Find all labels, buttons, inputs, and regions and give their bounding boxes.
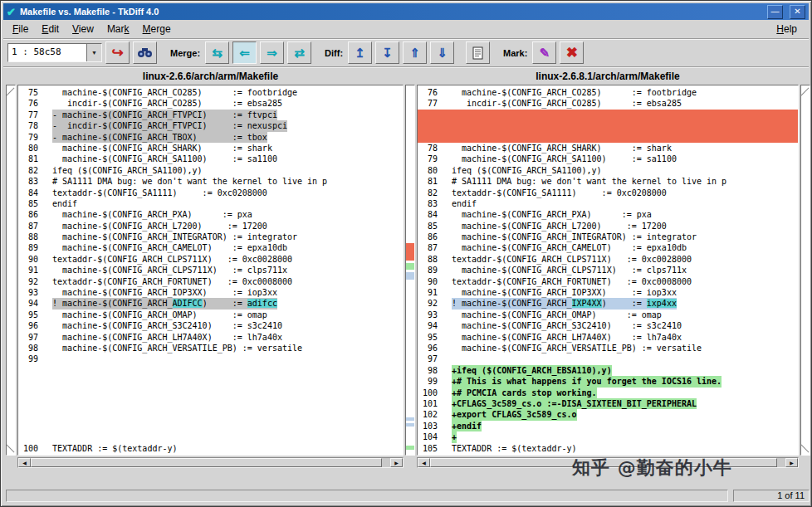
curved-arrow-icon: ↪ xyxy=(111,46,123,60)
menu-mark[interactable]: Mark xyxy=(100,21,136,37)
left-horizontal-scrollbar[interactable]: ◀ ▶ xyxy=(17,457,404,468)
merge-swap-button[interactable]: ⇄ xyxy=(287,41,311,64)
diff-line: 75 machine-$(CONFIG_ARCH_CO285) := footb… xyxy=(18,87,403,98)
diff-line: 97 xyxy=(418,353,798,364)
left-diff-pane[interactable]: 75 machine-$(CONFIG_ARCH_CO285) := footb… xyxy=(17,85,404,456)
diff-line: 102+export CFLAGS_3c589_cs.o xyxy=(418,409,798,420)
map-add-marker xyxy=(406,446,414,450)
diff-line: 76 machine-$(CONFIG_ARCH_CO285) := footb… xyxy=(418,87,798,98)
right-diff-pane[interactable]: 76 machine-$(CONFIG_ARCH_CO285) := footb… xyxy=(417,85,799,456)
diff-line: 83endif xyxy=(418,198,798,209)
map-change-marker xyxy=(406,272,414,280)
merge-label: Merge: xyxy=(170,48,200,58)
diff-line: 96 machine-$(CONFIG_ARCH_S3C2410) := s3c… xyxy=(18,320,403,331)
diff-line: 95 machine-$(CONFIG_ARCH_OMAP) := omap xyxy=(18,310,403,320)
diff-line: 98 machine-$(CONFIG_ARCH_VERSATILE_PB) :… xyxy=(18,343,403,353)
diff-line: 88 machine-$(CONFIG_ARCH_INTEGRATOR) := … xyxy=(18,232,403,242)
clear-mark-button[interactable]: ✖ xyxy=(560,41,584,64)
diff-line: 101+CFLAGS_3c589_cs.o :=-DISA_SIXTEEN_BI… xyxy=(418,398,798,409)
menu-merge[interactable]: Merge xyxy=(136,21,178,37)
map-add-marker xyxy=(406,263,414,270)
diff-line: 76 incdir-$(CONFIG_ARCH_CO285) := ebsa28… xyxy=(18,98,403,109)
titlebar: ✔ Makefile vs. Makefile - TkDiff 4.0 — ✕ xyxy=(3,3,809,20)
diff-selector-combo[interactable]: 1 : 58c58 ▼ xyxy=(7,43,102,62)
diff-line: 86 machine-$(CONFIG_ARCH_PXA) := pxa xyxy=(18,209,403,220)
scroll-right-icon[interactable]: ▶ xyxy=(785,458,798,467)
diff-line: 99 xyxy=(18,353,403,364)
left-right-arrows-icon: ⇆ xyxy=(212,46,223,59)
right-vertical-scrollbar[interactable] xyxy=(800,85,810,456)
diff-line: 93 machine-$(CONFIG_ARCH_IOP3XX) := iop3… xyxy=(18,287,403,298)
right-file-title: linux-2.6.8.1/arch/arm/Makefile xyxy=(417,71,799,84)
view-indicator xyxy=(801,445,810,453)
diff-line xyxy=(18,398,403,409)
diff-line: 87 machine-$(CONFIG_ARCH_L7200) := 17200 xyxy=(18,221,403,232)
scrollbar-thumb[interactable] xyxy=(31,458,382,467)
diff-line: 94 machine-$(CONFIG_ARCH_S3C2410) := s3c… xyxy=(418,320,798,331)
diff-line: 84textaddr-$(CONFIG_SA1111) := 0xc020800… xyxy=(18,188,403,198)
merge-both-button[interactable]: ⇆ xyxy=(205,41,229,64)
left-vertical-scrollbar[interactable] xyxy=(6,85,16,456)
diff-line: 100+# PCMCIA cards stop working. xyxy=(418,388,798,398)
diff-line xyxy=(18,421,403,431)
first-diff-button[interactable]: ↥ xyxy=(348,41,372,64)
diff-line: 97 machine-$(CONFIG_ARCH_LH7A40X) := lh7… xyxy=(18,332,403,343)
right-diff-lines: 76 machine-$(CONFIG_ARCH_CO285) := footb… xyxy=(418,87,798,454)
diff-line: 105TEXTADDR := $(textaddr-y) xyxy=(418,443,798,454)
last-diff-button[interactable]: ↧ xyxy=(375,41,399,64)
chevron-down-icon[interactable]: ▼ xyxy=(86,44,101,61)
diff-line: 85 machine-$(CONFIG_ARCH_L7200) := 17200 xyxy=(418,221,798,232)
diff-label: Diff: xyxy=(325,48,343,58)
pencil-icon: ✎ xyxy=(540,46,550,59)
menu-view[interactable]: View xyxy=(66,21,100,37)
window-title: Makefile vs. Makefile - TkDiff 4.0 xyxy=(20,7,761,17)
next-diff-button[interactable]: ⇓ xyxy=(430,41,454,64)
diff-line: 90textaddr-$(CONFIG_ARCH_CLPS711X) := 0x… xyxy=(18,254,403,265)
set-mark-button[interactable]: ✎ xyxy=(532,41,556,64)
scroll-left-icon[interactable]: ◀ xyxy=(18,458,31,467)
previous-diff-button[interactable]: ⇑ xyxy=(403,41,427,64)
scroll-right-icon[interactable]: ▶ xyxy=(390,458,403,467)
diff-line xyxy=(18,409,403,420)
up-arrow-icon: ⇑ xyxy=(409,46,420,59)
merge-right-button[interactable]: ⇒ xyxy=(260,41,284,64)
diff-line: 98+ifeq ($(CONFIG_ARCH_EBSA110),y) xyxy=(418,365,798,376)
diff-line: 82textaddr-$(CONFIG_SA1111) := 0xc020800… xyxy=(418,188,798,198)
left-diff-lines: 75 machine-$(CONFIG_ARCH_CO285) := footb… xyxy=(18,87,403,454)
diff-line xyxy=(418,120,798,131)
diff-line: 91 machine-$(CONFIG_ARCH_IOP3XX) := iop3… xyxy=(418,287,798,298)
up-arrow-bar-icon: ↥ xyxy=(355,46,365,59)
map-delete-marker xyxy=(406,243,414,261)
merge-left-button[interactable]: ⇐ xyxy=(232,41,257,64)
diff-report-button[interactable] xyxy=(466,41,490,64)
diff-line: 99+# This is what happens if you forget … xyxy=(418,376,798,387)
menu-file[interactable]: File xyxy=(6,21,35,37)
diff-line: 78 machine-$(CONFIG_ARCH_SHARK) := shark xyxy=(418,143,798,154)
view-indicator xyxy=(801,88,810,96)
app-icon: ✔ xyxy=(7,7,16,17)
status-message-area xyxy=(6,490,728,502)
right-arrow-icon: ⇒ xyxy=(267,46,277,59)
scroll-left-icon[interactable]: ◀ xyxy=(418,458,430,467)
clear-x-icon: ✖ xyxy=(566,46,578,60)
center-diff-button[interactable]: ↪ xyxy=(105,41,130,64)
close-button[interactable]: ✕ xyxy=(790,5,805,19)
diff-selector-value: 1 : 58c58 xyxy=(8,44,86,61)
left-file-title: linux-2.6.6/arch/arm/Makefile xyxy=(17,71,404,84)
swap-arrows-icon: ⇄ xyxy=(294,46,305,59)
diff-line xyxy=(418,110,798,120)
menu-edit[interactable]: Edit xyxy=(35,21,66,37)
diff-map[interactable] xyxy=(405,85,415,456)
menu-help[interactable]: Help xyxy=(770,21,804,37)
diff-line: 83# SA1111 DMA bug: we don't want the ke… xyxy=(18,176,403,187)
view-indicator xyxy=(7,88,15,96)
binoculars-icon xyxy=(137,47,153,58)
find-button[interactable] xyxy=(133,41,157,64)
diff-line: 94! machine-$(CONFIG_ARCH_ADIFCC) := adi… xyxy=(18,298,403,309)
tkdiff-window: ✔ Makefile vs. Makefile - TkDiff 4.0 — ✕… xyxy=(0,0,812,507)
diff-line: 100TEXTADDR := $(textaddr-y) xyxy=(18,443,403,454)
diff-line xyxy=(18,431,403,442)
minimize-button[interactable]: — xyxy=(767,5,783,19)
diff-line xyxy=(18,376,403,387)
diff-line xyxy=(418,132,798,143)
